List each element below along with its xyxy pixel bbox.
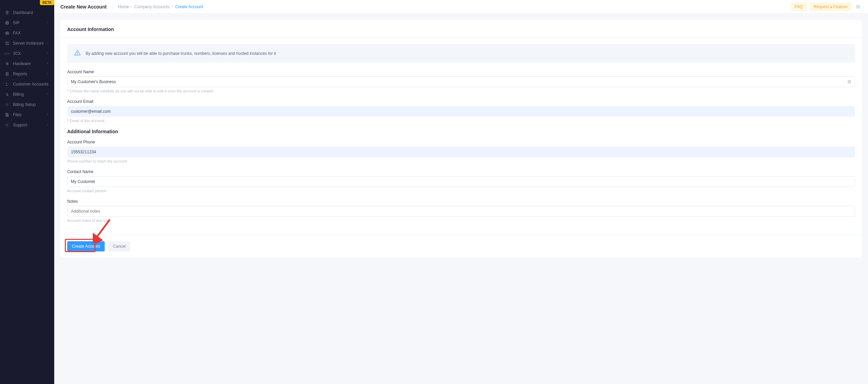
account-name-hint: * Choose the name carefully as you will … xyxy=(67,89,855,93)
breadcrumb-separator: • xyxy=(172,4,173,9)
chevron-right-icon xyxy=(46,20,49,25)
breadcrumb-separator: • xyxy=(131,4,132,9)
sidebar-item-files[interactable]: Files xyxy=(0,110,54,120)
sidebar-item-reports[interactable]: Reports xyxy=(0,69,54,79)
svg-point-16 xyxy=(77,54,78,55)
layers-icon xyxy=(5,10,10,15)
sidebar-item-label: SIP xyxy=(13,20,46,25)
section-title: Additional Information xyxy=(67,129,855,134)
dollar-icon xyxy=(5,92,10,97)
sidebar-item-label: Hardware xyxy=(13,61,46,66)
content: Account Information By adding new accoun… xyxy=(54,14,868,264)
page-title: Create New Account xyxy=(60,4,113,10)
form-group-phone: Account Phone Phone number to reach the … xyxy=(67,140,855,163)
sidebar-item-label: Server Instances xyxy=(13,41,46,46)
svg-rect-3 xyxy=(5,44,9,45)
gear-icon xyxy=(5,102,10,107)
warning-icon xyxy=(74,49,81,57)
svg-point-11 xyxy=(6,124,8,126)
account-name-input[interactable] xyxy=(67,76,855,87)
sidebar-item-label: Reports xyxy=(13,72,46,76)
notes-hint: Account notes of any sort xyxy=(67,218,855,222)
sidebar-item-billing[interactable]: Billing xyxy=(0,89,54,99)
faq-button[interactable]: FAQ xyxy=(791,2,807,11)
breadcrumb-item-active[interactable]: Create Account xyxy=(175,4,203,9)
briefcase-icon xyxy=(5,31,10,35)
contact-label: Contact Name xyxy=(67,169,855,174)
account-name-label: Account Name xyxy=(67,70,855,74)
svg-point-8 xyxy=(8,83,9,84)
form-group-account-email: Account Email * Email of this account xyxy=(67,99,855,123)
users-icon xyxy=(5,82,10,87)
create-account-button[interactable]: Create Account xyxy=(67,241,105,251)
chevron-right-icon xyxy=(46,112,49,117)
sidebar-item-support[interactable]: Support xyxy=(0,120,54,130)
chevron-right-icon xyxy=(46,51,49,56)
cancel-button[interactable]: Cancel xyxy=(108,241,130,251)
sidebar-item-billing-setup[interactable]: Billing Setup xyxy=(0,99,54,110)
notes-label: Notes xyxy=(67,199,855,204)
menu-icon[interactable] xyxy=(854,3,862,11)
account-email-input[interactable] xyxy=(67,106,855,117)
form-group-contact: Contact Name Account contact person xyxy=(67,169,855,193)
sidebar-item-label: FAX xyxy=(13,31,49,35)
sidebar-nav: Dashboard SIP FAX Server Instances 3CX 3… xyxy=(0,0,54,130)
account-email-label: Account Email xyxy=(67,99,855,104)
chevron-right-icon xyxy=(46,92,49,97)
sidebar-item-fax[interactable]: FAX xyxy=(0,28,54,38)
breadcrumb: Home • Company Accounts • Create Account xyxy=(118,4,203,9)
chevron-right-icon xyxy=(46,72,49,76)
sidebar-item-hardware[interactable]: Hardware xyxy=(0,59,54,69)
info-box-text: By adding new account you will be able t… xyxy=(86,51,276,56)
form-group-account-name: Account Name * Choose the name carefully… xyxy=(67,70,855,93)
main: Create New Account Home • Company Accoun… xyxy=(54,0,868,384)
phone-hint: Phone number to reach the account xyxy=(67,159,855,163)
support-icon xyxy=(5,123,10,127)
file-icon xyxy=(5,112,10,117)
sidebar-item-label: 3CX xyxy=(13,51,46,56)
request-feature-button[interactable]: Request a Feature xyxy=(810,2,852,11)
svg-rect-5 xyxy=(6,63,8,64)
clock-icon xyxy=(5,20,10,25)
info-box: By adding new account you will be able t… xyxy=(67,44,855,63)
breadcrumb-item[interactable]: Home xyxy=(118,4,129,9)
sidebar-item-label: Billing Setup xyxy=(13,102,49,107)
svg-point-9 xyxy=(6,104,8,105)
contact-input[interactable] xyxy=(67,176,855,187)
sidebar-item-label: Customer Accounts xyxy=(13,82,49,87)
svg-point-18 xyxy=(849,81,850,82)
sidebar-item-label: Dashboard xyxy=(13,10,49,15)
sidebar-item-customer-accounts[interactable]: Customer Accounts xyxy=(0,79,54,89)
form-group-notes: Notes Account notes of any sort xyxy=(67,199,855,222)
sidebar-item-3cx[interactable]: 3CX 3CX xyxy=(0,48,54,59)
report-icon xyxy=(5,72,10,76)
contact-card-icon[interactable] xyxy=(847,79,852,84)
card-body: By adding new account you will be able t… xyxy=(60,38,862,235)
chevron-right-icon xyxy=(46,61,49,66)
3cx-icon: 3CX xyxy=(5,51,10,56)
sidebar-item-dashboard[interactable]: Dashboard xyxy=(0,7,54,18)
sidebar: BETA Dashboard SIP FAX Server Instances xyxy=(0,0,54,384)
phone-input[interactable] xyxy=(67,147,855,157)
notes-input[interactable] xyxy=(67,206,855,217)
sidebar-item-label: Files xyxy=(13,112,46,117)
form-card: Account Information By adding new accoun… xyxy=(60,20,862,258)
header: Create New Account Home • Company Accoun… xyxy=(54,0,868,14)
server-icon xyxy=(5,41,10,46)
chip-icon xyxy=(5,61,10,66)
phone-label: Account Phone xyxy=(67,140,855,144)
breadcrumb-item[interactable]: Company Accounts xyxy=(134,4,170,9)
header-actions: FAQ Request a Feature xyxy=(791,2,862,11)
chevron-right-icon xyxy=(46,123,49,127)
svg-point-7 xyxy=(6,83,8,84)
sidebar-item-server-instances[interactable]: Server Instances xyxy=(0,38,54,48)
svg-rect-2 xyxy=(5,42,9,43)
sidebar-item-label: Billing xyxy=(13,92,46,97)
card-footer: Create Account Cancel xyxy=(60,235,862,258)
sidebar-item-label: Support xyxy=(13,123,46,127)
svg-rect-1 xyxy=(5,32,9,35)
card-header: Account Information xyxy=(60,20,862,38)
chevron-right-icon xyxy=(46,41,49,46)
sidebar-item-sip[interactable]: SIP xyxy=(0,18,54,28)
section-title: Account Information xyxy=(67,27,855,32)
